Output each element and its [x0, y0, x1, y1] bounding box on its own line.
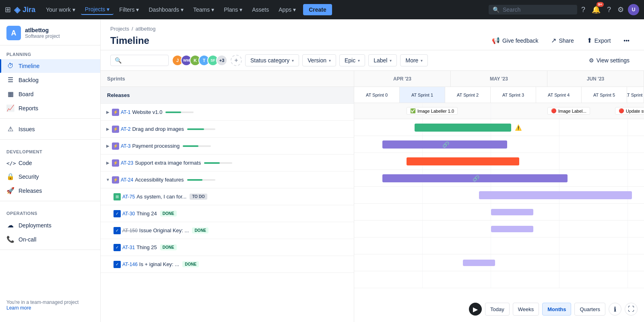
jira-logo[interactable]: ◈ Jira: [14, 5, 35, 14]
project-type: Software project: [25, 33, 60, 39]
expand-button[interactable]: ▶: [104, 142, 112, 150]
notifications-icon[interactable]: 🔔 9+: [589, 3, 603, 17]
gantt-bar-at3[interactable]: [407, 157, 519, 165]
gantt-bar-at31[interactable]: [463, 260, 495, 266]
weeks-button[interactable]: Weeks: [513, 303, 539, 316]
expand-button[interactable]: ▶: [104, 159, 112, 167]
share-button[interactable]: ↗ Share: [546, 34, 578, 47]
create-button[interactable]: Create: [303, 4, 332, 15]
fullscreen-button[interactable]: ⛶: [625, 303, 638, 316]
view-settings-button[interactable]: ⚙ View settings: [584, 55, 634, 66]
table-row[interactable]: ✓ AT-150 Issue Original Key: ... DONE: [101, 222, 354, 239]
development-section-label: DEVELOPMENT: [0, 143, 100, 157]
epic-filter[interactable]: Epic ▾: [339, 54, 365, 66]
sidebar-item-reports[interactable]: 📈 Reports: [0, 101, 100, 115]
quarters-button[interactable]: Quarters: [574, 303, 605, 316]
gantt-row-at30: [354, 221, 644, 237]
search-input[interactable]: [503, 6, 563, 13]
nav-assets[interactable]: Assets: [248, 5, 273, 14]
timeline-right-panel: APR '23 MAY '23 JUN '23 AT Sprint 0 AT S…: [354, 71, 644, 322]
sidebar-item-issues[interactable]: ⚠ Issues: [0, 122, 100, 136]
label-filter[interactable]: Label ▾: [368, 54, 397, 66]
expand-button[interactable]: ▶: [104, 108, 112, 116]
sidebar-footer: You're in a team-managed project Learn m…: [0, 295, 100, 316]
chevron-down-icon: ▾: [421, 58, 423, 63]
nav-apps[interactable]: Apps ▾: [275, 5, 300, 14]
nav-teams[interactable]: Teams ▾: [189, 5, 218, 14]
settings-icon[interactable]: ⚙: [615, 3, 626, 17]
nav-projects[interactable]: Projects ▾: [81, 4, 114, 15]
gantt-bar-at23[interactable]: 🔗: [382, 174, 568, 182]
gantt-bar-at24[interactable]: [479, 191, 632, 199]
table-row[interactable]: ✓ AT-146 Is + iginal Key: ... DONE: [101, 256, 354, 273]
help-icon[interactable]: ?: [605, 3, 613, 17]
table-row[interactable]: ✓ AT-30 Thing 24 DONE: [101, 205, 354, 222]
more-filter[interactable]: More ▾: [400, 54, 428, 66]
release-badge-3[interactable]: 🔴 Update stor...: [615, 107, 644, 115]
issue-name: Drag and drop images: [132, 126, 184, 132]
timeline-area: Sprints Releases ▶ ⚡ AT-1 Website v1.0: [101, 71, 644, 322]
help-circle-icon[interactable]: ?: [579, 3, 588, 17]
gantt-bar-at1[interactable]: [415, 124, 511, 132]
info-button[interactable]: ℹ: [609, 303, 621, 316]
sidebar-item-label: Reports: [19, 105, 38, 111]
table-row[interactable]: ▶ ⚡ AT-1 Website v1.0: [101, 104, 354, 121]
sidebar-item-security[interactable]: 🔒 Security: [0, 169, 100, 184]
sidebar-item-board[interactable]: ▦ Board: [0, 87, 100, 101]
nav-dashboards[interactable]: Dashboards ▾: [144, 5, 188, 14]
operations-section-label: OPERATIONS: [0, 204, 100, 218]
gantt-bar-at2[interactable]: 🔗: [382, 140, 507, 149]
gantt-bar-at30[interactable]: [491, 226, 533, 232]
today-button[interactable]: Today: [485, 303, 510, 316]
add-assignee-button[interactable]: +: [231, 55, 242, 66]
toolbar-search-input[interactable]: [124, 57, 164, 64]
release-badge-2[interactable]: 🔴 Image Label...: [547, 107, 590, 115]
release-label: Image Label...: [558, 109, 586, 114]
release-badge-1[interactable]: ✅ Image Labeller 1.0: [407, 107, 458, 115]
breadcrumb-project[interactable]: atlbettog: [136, 26, 156, 32]
sidebar-item-deployments[interactable]: ☁ Deployments: [0, 218, 100, 232]
table-row[interactable]: ✓ AT-31 Thing 25 DONE: [101, 239, 354, 256]
toolbar-search[interactable]: 🔍: [110, 55, 169, 66]
give-feedback-button[interactable]: 📢 Give feedback: [487, 34, 543, 47]
progress-bar: [165, 111, 194, 113]
status-category-filter[interactable]: Status category ▾: [245, 54, 299, 66]
version-filter[interactable]: Version ▾: [302, 54, 336, 66]
sidebar-item-backlog[interactable]: ☰ Backlog: [0, 73, 100, 87]
months-button[interactable]: Months: [542, 303, 571, 316]
table-row[interactable]: ⊞ AT-75 As system, I can for... TO DO: [101, 188, 354, 205]
project-header[interactable]: A atlbettog Software project: [0, 19, 100, 45]
search-bar[interactable]: 🔍: [489, 5, 577, 14]
nav-plans[interactable]: Plans ▾: [220, 5, 246, 14]
learn-more-link[interactable]: Learn more: [6, 305, 31, 311]
sidebar-item-timeline[interactable]: ⏱ Timeline: [0, 59, 100, 73]
table-row[interactable]: ▶ ⚡ AT-2 Drag and drop images: [101, 121, 354, 138]
nav-filters[interactable]: Filters ▾: [115, 5, 143, 14]
gantt-scroll-area[interactable]: APR '23 MAY '23 JUN '23 AT Sprint 0 AT S…: [354, 71, 644, 322]
export-button[interactable]: ⬆ Export: [582, 34, 615, 47]
issue-icon: ⚡: [112, 159, 119, 167]
assignee-avatars: J WM K T SF +3: [172, 55, 227, 66]
grid-cell: [491, 237, 559, 254]
grid-icon[interactable]: ⊞: [5, 5, 11, 14]
board-icon: ▦: [6, 90, 14, 98]
avatar-overflow[interactable]: +3: [216, 55, 227, 66]
sidebar-item-code[interactable]: </> Code: [0, 157, 100, 169]
alert-icon: 🔴: [551, 108, 557, 114]
gantt-row-at1: ⚠️: [354, 119, 644, 136]
expand-button[interactable]: ▶: [104, 125, 112, 133]
more-actions-button[interactable]: •••: [619, 35, 634, 46]
next-button[interactable]: ▶: [469, 303, 482, 316]
sidebar-item-oncall[interactable]: 📞 On-call: [0, 232, 100, 246]
user-avatar[interactable]: U: [628, 4, 639, 15]
sidebar-item-releases[interactable]: 🚀 Releases: [0, 184, 100, 198]
nav-your-work[interactable]: Your work ▾: [42, 5, 79, 14]
issue-icon: ⚡: [112, 109, 119, 116]
gantt-bar-at75[interactable]: [491, 209, 533, 215]
breadcrumb-projects[interactable]: Projects: [110, 26, 129, 32]
reports-icon: 📈: [6, 104, 14, 112]
table-row[interactable]: ▶ ⚡ AT-3 Payment processing: [101, 138, 354, 155]
table-row[interactable]: ▶ ⚡ AT-23 Support extra image formats: [101, 155, 354, 171]
expand-button[interactable]: ▼: [104, 176, 112, 184]
table-row[interactable]: ▼ ⚡ AT-24 Accessibility features: [101, 171, 354, 188]
